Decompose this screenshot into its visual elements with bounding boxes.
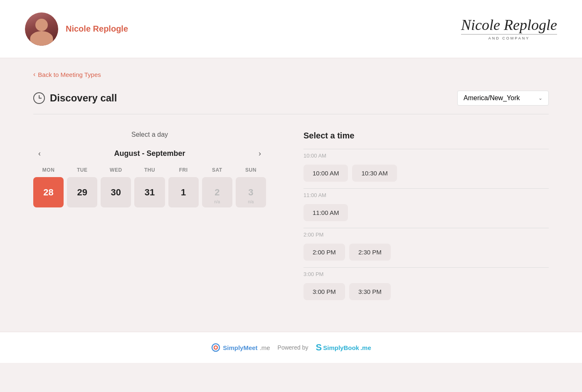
time-group-3: 3:00 PM3:00 PM3:30 PM [303, 267, 549, 303]
footer: SimplyMeet.me Powered by S SimplyBook.me [0, 332, 582, 363]
time-slot-0-0[interactable]: 10:00 AM [303, 165, 348, 182]
time-slot-0-1[interactable]: 10:30 AM [352, 165, 397, 182]
brand-logo: Nicole Replogle AND COMPANY [461, 17, 557, 40]
month-label: August - September [114, 149, 185, 158]
day-cell-31[interactable]: 31 [134, 177, 165, 207]
calendar-nav: ‹ August - September › [33, 147, 266, 160]
time-slot-3-0[interactable]: 3:00 PM [303, 283, 345, 300]
simplybook-brand: SimplyBook [323, 344, 359, 351]
back-chevron-icon: ‹ [33, 71, 35, 78]
time-slot-1-0[interactable]: 11:00 AM [303, 204, 348, 221]
simplymeet-logo: SimplyMeet.me [211, 343, 270, 353]
title-row: Discovery call America/New_York ⌄ [33, 91, 549, 106]
time-groups: 10:00 AM10:00 AM10:30 AM11:00 AM11:00 AM… [303, 149, 549, 303]
next-month-button[interactable]: › [254, 147, 266, 160]
simplymeet-icon [211, 343, 221, 353]
clock-icon [33, 92, 45, 104]
weekday-sun: SUN [236, 167, 266, 173]
day-cell-30[interactable]: 30 [101, 177, 131, 207]
day-cell-3: 3n/a [236, 177, 266, 207]
time-group-header-0: 10:00 AM [303, 149, 549, 161]
simplymeet-suffix: .me [260, 344, 270, 351]
weekday-wed: WED [101, 167, 131, 173]
time-slot-2-1[interactable]: 2:30 PM [349, 244, 391, 261]
footer-inner: SimplyMeet.me Powered by S SimplyBook.me [211, 342, 371, 353]
select-day-label: Select a day [33, 131, 266, 138]
time-slots-1: 11:00 AM [303, 201, 549, 224]
select-time-label: Select a time [303, 131, 549, 141]
day-cell-28[interactable]: 28 [33, 177, 64, 207]
weekday-tue: TUE [67, 167, 97, 173]
time-section: Select a time 10:00 AM10:00 AM10:30 AM11… [303, 131, 549, 307]
time-group-1: 11:00 AM11:00 AM [303, 188, 549, 224]
time-slots-2: 2:00 PM2:30 PM [303, 240, 549, 264]
title-divider [33, 114, 549, 114]
day-cell-29[interactable]: 29 [67, 177, 97, 207]
time-group-0: 10:00 AM10:00 AM10:30 AM [303, 149, 549, 185]
back-link-label: Back to Meeting Types [38, 71, 101, 78]
user-info: Nicole Replogle [25, 12, 128, 46]
title-left: Discovery call [33, 92, 117, 104]
days-row: 2829303112n/a3n/a [33, 177, 266, 207]
main-content: ‹ Back to Meeting Types Discovery call A… [0, 58, 582, 332]
time-group-header-3: 3:00 PM [303, 267, 549, 280]
page-header: Nicole Replogle Nicole Replogle AND COMP… [0, 0, 582, 58]
back-link[interactable]: ‹ Back to Meeting Types [33, 71, 549, 78]
day-cell-2: 2n/a [202, 177, 232, 207]
calendar-section: Select a day ‹ August - September › MON … [33, 131, 266, 307]
time-slots-0: 10:00 AM10:30 AM [303, 161, 549, 185]
time-group-header-2: 2:00 PM [303, 228, 549, 240]
weekday-sat: SAT [202, 167, 232, 173]
simplymeet-brand: SimplyMeet [223, 344, 257, 351]
weekday-row: MON TUE WED THU FRI SAT SUN [33, 167, 266, 173]
svg-point-0 [212, 344, 219, 351]
simplybook-s-icon: S [316, 342, 322, 353]
time-slot-2-0[interactable]: 2:00 PM [303, 244, 345, 261]
powered-by-label: Powered by [278, 344, 308, 351]
time-slot-3-1[interactable]: 3:30 PM [349, 283, 391, 300]
user-name: Nicole Replogle [66, 24, 128, 34]
timezone-label: America/New_York [464, 94, 520, 102]
simplybook-logo: S SimplyBook.me [316, 342, 371, 353]
weekday-fri: FRI [168, 167, 199, 173]
content-grid: Select a day ‹ August - September › MON … [33, 131, 549, 307]
prev-month-button[interactable]: ‹ [33, 147, 46, 160]
weekday-mon: MON [33, 167, 64, 173]
meeting-title: Discovery call [50, 92, 117, 104]
avatar [25, 12, 58, 46]
weekday-thu: THU [134, 167, 165, 173]
time-group-2: 2:00 PM2:00 PM2:30 PM [303, 228, 549, 264]
time-slots-3: 3:00 PM3:30 PM [303, 280, 549, 303]
logo-text-main: Nicole Replogle [461, 17, 557, 32]
simplybook-suffix: .me [360, 344, 371, 351]
day-cell-1[interactable]: 1 [168, 177, 199, 207]
time-group-header-1: 11:00 AM [303, 188, 549, 201]
logo-text-sub: AND COMPANY [461, 36, 557, 40]
chevron-down-icon: ⌄ [538, 95, 543, 101]
svg-point-1 [214, 346, 217, 349]
timezone-dropdown[interactable]: America/New_York ⌄ [457, 91, 549, 106]
